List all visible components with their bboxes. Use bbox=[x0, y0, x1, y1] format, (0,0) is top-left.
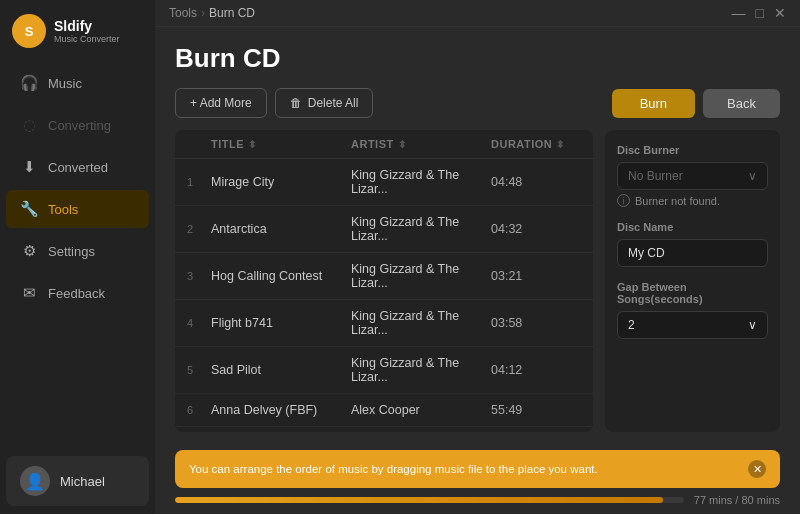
burn-button[interactable]: Burn bbox=[612, 89, 695, 118]
add-more-button[interactable]: + Add More bbox=[175, 88, 267, 118]
trash-icon: 🗑 bbox=[290, 96, 302, 110]
window-controls: — □ ✕ bbox=[732, 6, 786, 20]
title-filter-icon: ⬍ bbox=[248, 139, 257, 150]
table-row[interactable]: 3 Hog Calling Contest King Gizzard & The… bbox=[175, 253, 593, 300]
col-header-artist: ARTIST ⬍ bbox=[351, 138, 491, 150]
col-header-duration: DURATION ⬍ bbox=[491, 138, 581, 150]
row-title: Flight b741 bbox=[211, 316, 351, 330]
settings-icon: ⚙ bbox=[20, 242, 38, 260]
sidebar: S Sldify Music Converter 🎧 Music ◌ Conve… bbox=[0, 0, 155, 514]
gap-section: Gap Between Songs(seconds) 2 ∨ bbox=[617, 281, 768, 339]
row-duration: 55:49 bbox=[491, 403, 581, 417]
sidebar-label-music: Music bbox=[48, 76, 82, 91]
maximize-button[interactable]: □ bbox=[756, 6, 764, 20]
table-row[interactable]: 4 Flight b741 King Gizzard & The Lizar..… bbox=[175, 300, 593, 347]
side-panel: Disc Burner No Burner ∨ i Burner not fou… bbox=[605, 130, 780, 432]
table-row[interactable]: 2 Antarctica King Gizzard & The Lizar...… bbox=[175, 206, 593, 253]
row-num: 4 bbox=[187, 317, 211, 329]
add-more-label: + Add More bbox=[190, 96, 252, 110]
col-header-title: TITLE ⬍ bbox=[211, 138, 351, 150]
delete-all-label: Delete All bbox=[308, 96, 359, 110]
feedback-icon: ✉ bbox=[20, 284, 38, 302]
row-duration: 04:12 bbox=[491, 363, 581, 377]
breadcrumb-current: Burn CD bbox=[209, 6, 255, 20]
sidebar-item-settings[interactable]: ⚙ Settings bbox=[6, 232, 149, 270]
no-burner-label: No Burner bbox=[628, 169, 683, 183]
breadcrumb: Tools › Burn CD bbox=[169, 6, 255, 20]
sidebar-item-music[interactable]: 🎧 Music bbox=[6, 64, 149, 102]
progress-fill bbox=[175, 497, 663, 503]
row-title: Sad Pilot bbox=[211, 363, 351, 377]
sidebar-item-converted[interactable]: ⬇ Converted bbox=[6, 148, 149, 186]
row-num: 2 bbox=[187, 223, 211, 235]
sidebar-item-tools[interactable]: 🔧 Tools bbox=[6, 190, 149, 228]
row-title: Hog Calling Contest bbox=[211, 269, 351, 283]
row-duration: 04:32 bbox=[491, 222, 581, 236]
sidebar-label-converting: Converting bbox=[48, 118, 111, 133]
row-title: Mirage City bbox=[211, 175, 351, 189]
chevron-down-icon: ∨ bbox=[748, 169, 757, 183]
logo-icon: S bbox=[12, 14, 46, 48]
burner-select[interactable]: No Burner ∨ bbox=[617, 162, 768, 190]
table-row[interactable]: 6 Anna Delvey (FBF) Alex Cooper 55:49 bbox=[175, 394, 593, 427]
gap-label: Gap Between Songs(seconds) bbox=[617, 281, 768, 305]
row-title: Antarctica bbox=[211, 222, 351, 236]
toast-text: You can arrange the order of music by dr… bbox=[189, 463, 598, 475]
row-title: Anna Delvey (FBF) bbox=[211, 403, 351, 417]
row-artist: King Gizzard & The Lizar... bbox=[351, 215, 491, 243]
burner-note: i Burner not found. bbox=[617, 194, 768, 207]
table-row[interactable]: 5 Sad Pilot King Gizzard & The Lizar... … bbox=[175, 347, 593, 394]
row-num: 6 bbox=[187, 404, 211, 416]
row-artist: King Gizzard & The Lizar... bbox=[351, 262, 491, 290]
info-icon: i bbox=[617, 194, 630, 207]
row-num: 3 bbox=[187, 270, 211, 282]
row-duration: 04:48 bbox=[491, 175, 581, 189]
minimize-button[interactable]: — bbox=[732, 6, 746, 20]
duration-filter-icon: ⬍ bbox=[556, 139, 565, 150]
logo-area: S Sldify Music Converter bbox=[0, 0, 155, 62]
breadcrumb-separator: › bbox=[201, 6, 205, 20]
disc-name-section: Disc Name My CD bbox=[617, 221, 768, 267]
burner-not-found: Burner not found. bbox=[635, 195, 720, 207]
tools-icon: 🔧 bbox=[20, 200, 38, 218]
toast-close-button[interactable]: ✕ bbox=[748, 460, 766, 478]
toolbar: + Add More 🗑 Delete All Burn Back bbox=[175, 88, 780, 118]
sidebar-label-tools: Tools bbox=[48, 202, 78, 217]
sidebar-item-converting: ◌ Converting bbox=[6, 106, 149, 144]
row-artist: King Gizzard & The Lizar... bbox=[351, 309, 491, 337]
sidebar-item-feedback[interactable]: ✉ Feedback bbox=[6, 274, 149, 312]
title-bar: Tools › Burn CD — □ ✕ bbox=[155, 0, 800, 27]
track-table: TITLE ⬍ ARTIST ⬍ DURATION ⬍ 1 bbox=[175, 130, 593, 432]
delete-all-button[interactable]: 🗑 Delete All bbox=[275, 88, 374, 118]
toast-message: You can arrange the order of music by dr… bbox=[175, 450, 780, 488]
row-artist: King Gizzard & The Lizar... bbox=[351, 168, 491, 196]
row-artist: Alex Cooper bbox=[351, 403, 491, 417]
two-col-layout: TITLE ⬍ ARTIST ⬍ DURATION ⬍ 1 bbox=[175, 130, 780, 432]
app-name: Sldify bbox=[54, 18, 120, 34]
close-button[interactable]: ✕ bbox=[774, 6, 786, 20]
table-row[interactable]: 1 Mirage City King Gizzard & The Lizar..… bbox=[175, 159, 593, 206]
sidebar-label-converted: Converted bbox=[48, 160, 108, 175]
disc-name-input[interactable]: My CD bbox=[617, 239, 768, 267]
row-num: 1 bbox=[187, 176, 211, 188]
user-profile[interactable]: 👤 Michael bbox=[6, 456, 149, 506]
bottom-bar: You can arrange the order of music by dr… bbox=[155, 442, 800, 514]
back-button[interactable]: Back bbox=[703, 89, 780, 118]
content-area: Burn CD + Add More 🗑 Delete All Burn Bac… bbox=[155, 27, 800, 442]
row-duration: 03:58 bbox=[491, 316, 581, 330]
main-content: Tools › Burn CD — □ ✕ Burn CD + Add More… bbox=[155, 0, 800, 514]
page-title: Burn CD bbox=[175, 43, 780, 74]
table-body: 1 Mirage City King Gizzard & The Lizar..… bbox=[175, 159, 593, 432]
table-header: TITLE ⬍ ARTIST ⬍ DURATION ⬍ bbox=[175, 130, 593, 159]
gap-value: 2 bbox=[628, 318, 635, 332]
progress-label: 77 mins / 80 mins bbox=[694, 494, 780, 506]
username: Michael bbox=[60, 474, 105, 489]
progress-row: 77 mins / 80 mins bbox=[175, 494, 780, 506]
sidebar-label-feedback: Feedback bbox=[48, 286, 105, 301]
avatar: 👤 bbox=[20, 466, 50, 496]
chevron-down-icon: ∨ bbox=[748, 318, 757, 332]
breadcrumb-parent: Tools bbox=[169, 6, 197, 20]
gap-select[interactable]: 2 ∨ bbox=[617, 311, 768, 339]
music-icon: 🎧 bbox=[20, 74, 38, 92]
converted-icon: ⬇ bbox=[20, 158, 38, 176]
